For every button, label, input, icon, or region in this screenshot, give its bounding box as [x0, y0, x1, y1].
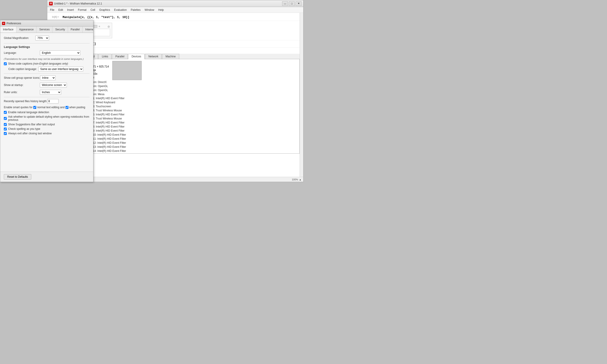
language-note: (Translations for user interface may not…: [4, 58, 90, 60]
prefs-tab-appearance[interactable]: Appearance: [16, 26, 37, 33]
info-list-item[interactable]: ▾Graphics Subsystem: DirectX: [67, 80, 298, 84]
show-code-captions-row: Show code captions (non-English language…: [4, 62, 90, 65]
code-caption-language-label: Code caption language:: [8, 67, 37, 71]
language-row: Language: English Chinese French German …: [4, 50, 90, 55]
show-code-captions-label: Show code captions (non-English language…: [8, 62, 68, 65]
info-list-item[interactable]: ▾Graphics Subsystem: OpenGL: [67, 88, 298, 92]
tab-network[interactable]: Network: [145, 54, 162, 59]
info-list-item[interactable]: ▾Controller Device 15: Wired Keyboard: [67, 153, 298, 154]
menu-edit[interactable]: Edit: [56, 8, 65, 12]
global-magnification-select[interactable]: 50% 75% 75% 100% 125% 150%: [35, 36, 49, 40]
screen-info-row: Screen Information Screen Size 1645.71 ×…: [67, 61, 298, 80]
prefs-tab-interface[interactable]: Interface: [0, 26, 16, 33]
show-at-startup-select[interactable]: Welcome screen New Notebook Nothing: [40, 83, 67, 88]
slider-end-icon: ≡: [99, 25, 100, 28]
ruler-units-label: Ruler units:: [4, 91, 40, 94]
menu-format[interactable]: Format: [76, 8, 88, 12]
info-list-item[interactable]: ▾Controller Device 10: Intel(R) HID Even…: [67, 133, 298, 137]
code-caption-language-select[interactable]: Same as user interface language English …: [38, 66, 83, 72]
smart-quotes-normal-label: normal text editing and: [37, 106, 64, 109]
smart-quotes-paste-checkbox[interactable]: [66, 106, 68, 109]
update-styling-checkbox[interactable]: [4, 117, 7, 120]
manipulate-icon[interactable]: ⊕: [108, 25, 110, 28]
prefs-tab-internet[interactable]: Internet & Mail: [83, 26, 93, 33]
info-list-item[interactable]: ▾Controller Device 11: Intel(R) HID Even…: [67, 137, 298, 141]
menu-file[interactable]: File: [48, 8, 56, 12]
cell-group-opener-label: Show cell group opener icons:: [4, 76, 40, 79]
prefs-tab-security[interactable]: Security: [53, 26, 68, 33]
info-list-item[interactable]: ▾Controller Device 1: Intel(R) HID Event…: [67, 96, 298, 100]
system-info-tabs[interactable]: Kernel Front End Links Parallel Devices …: [64, 54, 300, 59]
cell-group-opener-select[interactable]: Inline Hidden Always: [40, 75, 56, 80]
natural-lang-label: Enable natural language detection: [8, 111, 49, 114]
maximize-button[interactable]: □: [289, 1, 295, 6]
reset-defaults-button[interactable]: Reset to Defaults: [4, 174, 31, 180]
spell-check-row: Check spelling as you type: [4, 127, 90, 130]
menu-bar: File Edit Insert Format Cell Graphics Ev…: [47, 7, 303, 13]
recent-files-input[interactable]: [47, 99, 58, 104]
menu-insert[interactable]: Insert: [65, 8, 76, 12]
menu-graphics[interactable]: Graphics: [97, 8, 112, 12]
language-settings-header: Language Settings: [4, 45, 90, 49]
menu-window[interactable]: Window: [143, 8, 156, 12]
menu-evaluation[interactable]: Evaluation: [112, 8, 129, 12]
natural-lang-row: Enable natural language detection: [4, 111, 90, 114]
tab-machine[interactable]: Machine: [162, 54, 179, 59]
minimize-button[interactable]: —: [282, 1, 288, 6]
info-list-item[interactable]: ▾Controller Device 3: Touchscreen: [67, 104, 298, 108]
suggestions-bar-checkbox[interactable]: [4, 123, 7, 126]
always-exit-row: Always exit after closing last window: [4, 132, 90, 135]
info-list-item[interactable]: ▾Controller Device 8: Intel(R) HID Event…: [67, 125, 298, 129]
menu-help[interactable]: Help: [157, 8, 166, 12]
smart-quotes-row: Enable smart quotes for normal text edit…: [4, 106, 90, 109]
title-bar: W Untitled-1 * - Wolfram Mathematica 12.…: [47, 0, 303, 7]
divider-3: [4, 97, 90, 97]
cell-group-opener-row: Show cell group opener icons: Inline Hid…: [4, 75, 90, 80]
info-list-item[interactable]: ▾Controller Device 2: Wired Keyboard: [67, 100, 298, 104]
app-icon: W: [49, 2, 53, 5]
menu-cell[interactable]: Cell: [89, 8, 97, 12]
show-code-captions-checkbox[interactable]: [4, 62, 7, 65]
prefs-tab-parallel[interactable]: Parallel: [68, 26, 83, 33]
tab-links[interactable]: Links: [98, 54, 111, 59]
info-list-item[interactable]: ▾Controller Device 9: Intel(R) HID Event…: [67, 129, 298, 133]
divider-1: [4, 43, 90, 43]
natural-lang-checkbox[interactable]: [4, 111, 7, 114]
cell-label-in4: In[4]:=: [47, 15, 61, 18]
info-list-item[interactable]: ▾Controller Device 7: Intel(R) HID Event…: [67, 121, 298, 125]
info-list-item[interactable]: ▾Graphics Subsystem: Mesa: [67, 92, 298, 96]
menu-palettes[interactable]: Palettes: [129, 8, 142, 12]
ruler-units-select[interactable]: Inches Centimeters Points: [40, 90, 61, 95]
spell-check-checkbox[interactable]: [4, 128, 7, 130]
tab-devices[interactable]: Devices: [128, 54, 145, 59]
cell-content-in4[interactable]: Manipulate[x, {{x, 1, "test"}, 1, 10}]: [61, 15, 303, 20]
info-items-list: ▾Graphics Subsystem: DirectX▾Graphics Su…: [67, 80, 298, 154]
language-control: English Chinese French German Japanese S…: [40, 50, 80, 55]
tab-parallel[interactable]: Parallel: [112, 54, 128, 59]
info-list-item[interactable]: ▾Controller Device 5: Intel(R) HID Event…: [67, 113, 298, 117]
spell-check-label: Check spelling as you type: [8, 127, 40, 130]
global-magnification-row: Global Magnification: 50% 75% 75% 100% 1…: [4, 36, 90, 40]
title-bar-left: W Untitled-1 * - Wolfram Mathematica 12.…: [49, 2, 102, 5]
smart-quotes-normal-checkbox[interactable]: [33, 106, 36, 109]
info-list-item[interactable]: ▾Controller Device 14: Intel(R) HID Even…: [67, 149, 298, 153]
zoom-icon[interactable]: ▲: [299, 178, 301, 181]
prefs-icon: W: [2, 22, 5, 25]
info-list-item[interactable]: ▾Controller Device 13: Intel(R) HID Even…: [67, 145, 298, 149]
window-controls[interactable]: — □ ✕: [282, 1, 301, 6]
scrollbar-right[interactable]: [300, 13, 303, 177]
ruler-units-row: Ruler units: Inches Centimeters Points: [4, 90, 90, 95]
language-select[interactable]: English Chinese French German Japanese S…: [40, 50, 80, 55]
code-caption-language-row: Code caption language: Same as user inte…: [8, 66, 90, 72]
always-exit-label: Always exit after closing last window: [8, 132, 52, 135]
info-list-item[interactable]: ▾Controller Device 6: Trust Wireless Mou…: [67, 117, 298, 121]
prefs-tab-services[interactable]: Services: [37, 26, 53, 33]
info-list-item[interactable]: ▾Graphics Subsystem: OpenGL: [67, 84, 298, 88]
always-exit-checkbox[interactable]: [4, 132, 7, 135]
language-label: Language:: [4, 51, 40, 54]
info-list-item[interactable]: ▾Controller Device 12: Intel(R) HID Even…: [67, 141, 298, 145]
cell-content-in2[interactable]: SystemInformation[]: [61, 41, 303, 46]
close-button[interactable]: ✕: [296, 1, 301, 6]
screen-preview: [112, 61, 142, 80]
info-list-item[interactable]: ▾Controller Device 4: Trust Wireless Mou…: [67, 108, 298, 113]
